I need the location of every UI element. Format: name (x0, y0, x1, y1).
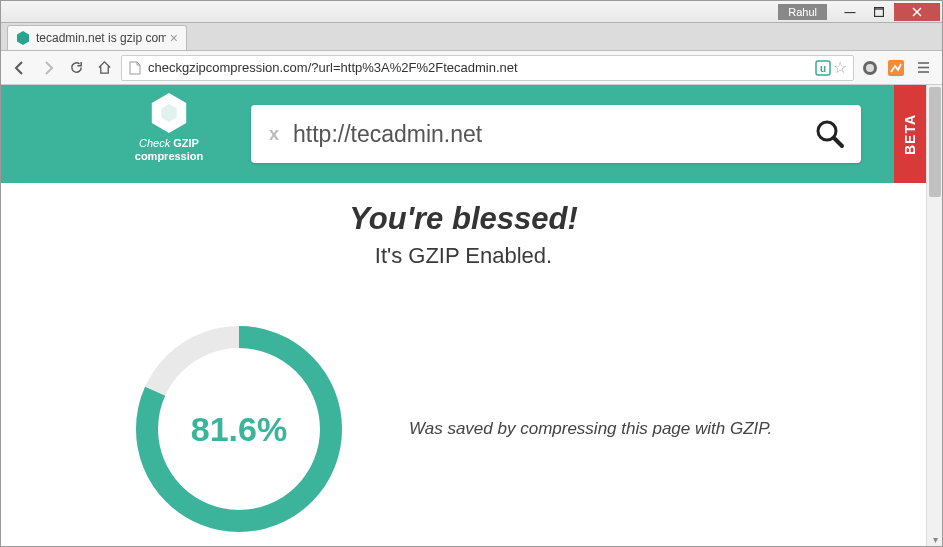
svg-point-7 (866, 64, 874, 72)
reload-button[interactable] (65, 57, 87, 79)
scrollbar-thumb[interactable] (929, 87, 941, 197)
browser-toolbar: u ☆ (1, 51, 942, 85)
window-titlebar: Rahul — (1, 1, 942, 23)
search-input[interactable] (293, 121, 809, 148)
address-bar[interactable]: u ☆ (121, 55, 854, 81)
tab-close-icon[interactable]: × (170, 30, 178, 46)
maximize-button[interactable] (865, 3, 893, 21)
page-content: Check GZIP compression x BETA You're ble… (1, 85, 926, 547)
forward-button[interactable] (37, 57, 59, 79)
tab-title: tecadmin.net is gzip comp (36, 31, 166, 45)
extension-icon-2[interactable] (860, 58, 880, 78)
browser-tab[interactable]: tecadmin.net is gzip comp × (7, 25, 187, 50)
scrollbar[interactable]: ▾ (926, 85, 942, 547)
beta-badge: BETA (894, 85, 926, 183)
close-button[interactable] (894, 3, 940, 21)
main-content: You're blessed! It's GZIP Enabled. 81.6%… (1, 183, 926, 539)
extension-icon-1[interactable]: u (813, 58, 833, 78)
scroll-down-icon[interactable]: ▾ (927, 531, 942, 547)
compression-donut-chart: 81.6% (129, 319, 349, 539)
extension-icon-3[interactable] (886, 58, 906, 78)
home-button[interactable] (93, 57, 115, 79)
logo-hex-icon (149, 93, 189, 133)
viewport: ▾ Check GZIP compression x BETA You're b… (1, 85, 942, 547)
result-subheading: It's GZIP Enabled. (1, 243, 926, 269)
site-header: Check GZIP compression x BETA (1, 85, 926, 183)
tab-strip: tecadmin.net is gzip comp × (1, 23, 942, 51)
back-button[interactable] (9, 57, 31, 79)
page-icon (128, 61, 142, 75)
clear-icon[interactable]: x (269, 124, 279, 145)
result-description: Was saved by compressing this page with … (409, 419, 772, 439)
search-box: x (251, 105, 861, 163)
url-input[interactable] (148, 60, 813, 75)
minimize-button[interactable]: — (836, 3, 864, 21)
logo-text: Check GZIP compression (109, 137, 229, 163)
compression-percent: 81.6% (129, 319, 349, 539)
result-heading: You're blessed! (1, 201, 926, 237)
search-button[interactable] (809, 113, 851, 155)
result-row: 81.6% Was saved by compressing this page… (1, 269, 926, 539)
site-logo[interactable]: Check GZIP compression (109, 93, 229, 163)
svg-text:u: u (820, 63, 826, 74)
svg-line-13 (834, 138, 842, 146)
favicon-icon (16, 31, 30, 45)
menu-button[interactable] (912, 57, 934, 79)
bookmark-star-icon[interactable]: ☆ (833, 58, 847, 77)
user-badge: Rahul (778, 4, 827, 20)
